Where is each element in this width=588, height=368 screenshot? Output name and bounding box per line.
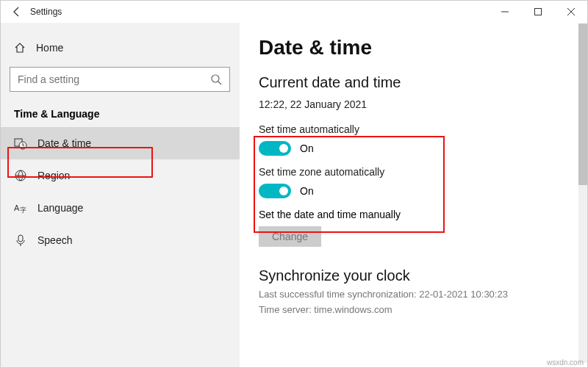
svg-point-2: [212, 75, 219, 82]
window-title: Settings: [30, 7, 62, 17]
watermark: wsxdn.com: [547, 358, 584, 367]
nav-label: Speech: [37, 234, 72, 246]
auto-time-label: Set time automatically: [259, 123, 586, 135]
home-link[interactable]: Home: [1, 33, 240, 62]
auto-time-state: On: [300, 142, 314, 154]
search-icon: [210, 73, 222, 85]
nav-label: Region: [37, 170, 70, 181]
section-heading: Time & Language: [1, 102, 240, 127]
manual-label: Set the date and time manually: [259, 209, 586, 220]
auto-tz-label: Set time zone automatically: [259, 166, 586, 178]
sync-last: Last successful time synchronization: 22…: [259, 289, 586, 300]
scrollbar-thumb[interactable]: [578, 24, 587, 185]
nav-label: Date & time: [37, 137, 91, 149]
titlebar: Settings: [1, 1, 587, 23]
globe-icon: [14, 169, 27, 182]
minimize-button[interactable]: [488, 1, 521, 23]
svg-text:字: 字: [20, 206, 26, 214]
content-pane: Date & time Current date and time 12:22,…: [240, 23, 587, 367]
clock-calendar-icon: [14, 137, 27, 150]
home-icon: [14, 42, 26, 54]
auto-tz-state: On: [300, 185, 314, 197]
svg-rect-9: [18, 235, 23, 242]
auto-tz-toggle[interactable]: [259, 184, 291, 198]
section-current: Current date and time: [259, 74, 586, 91]
nav-language[interactable]: A字 Language: [1, 192, 240, 224]
close-button[interactable]: [554, 1, 587, 23]
sync-heading: Synchronize your clock: [259, 267, 586, 284]
change-button[interactable]: Change: [259, 226, 321, 247]
search-input[interactable]: [10, 67, 230, 92]
svg-rect-1: [534, 9, 541, 15]
sidebar: Home Time & Language Date & time Region …: [1, 23, 240, 367]
nav-label: Language: [37, 202, 83, 214]
language-icon: A字: [14, 201, 27, 214]
nav-region[interactable]: Region: [1, 159, 240, 192]
nav-date-time[interactable]: Date & time: [1, 127, 240, 159]
microphone-icon: [14, 234, 27, 247]
current-datetime: 12:22, 22 January 2021: [259, 98, 586, 110]
svg-text:A: A: [14, 203, 20, 212]
maximize-button[interactable]: [521, 1, 554, 23]
search-field[interactable]: [18, 73, 210, 85]
page-title: Date & time: [259, 36, 586, 59]
back-button[interactable]: [7, 6, 27, 18]
svg-line-3: [218, 82, 221, 84]
auto-time-toggle[interactable]: [259, 141, 291, 156]
sync-server: Time server: time.windows.com: [259, 304, 586, 315]
nav-speech[interactable]: Speech: [1, 224, 240, 256]
home-label: Home: [36, 42, 63, 54]
